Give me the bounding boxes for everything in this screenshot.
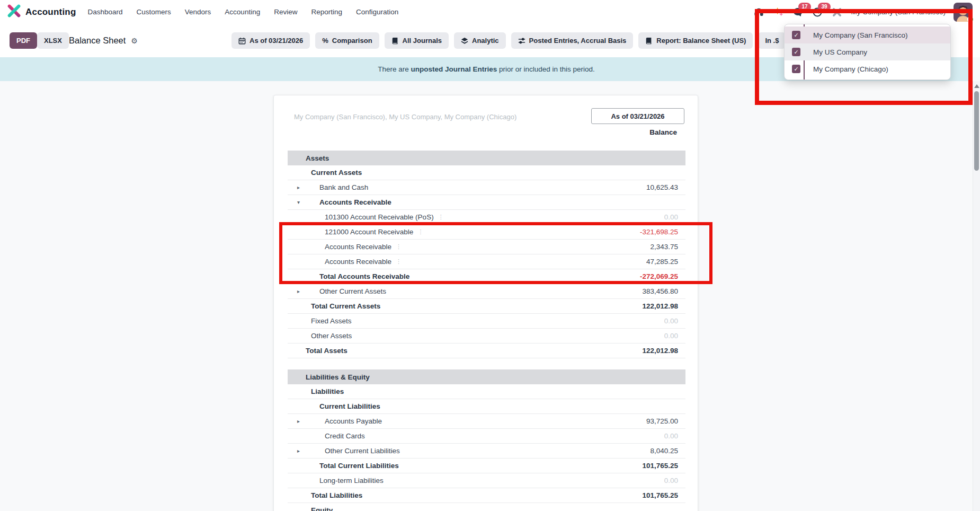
discuss-chat-icon[interactable]: 17	[792, 6, 804, 18]
layers-icon	[461, 37, 468, 45]
row-label: Accounts Receivable	[319, 198, 391, 206]
xlsx-button[interactable]: XLSX	[37, 32, 69, 49]
row-label: 101300 Account Receivable (PoS)	[325, 213, 434, 221]
report-row[interactable]: Equity	[288, 503, 685, 511]
activities-badge: 39	[818, 3, 830, 11]
report-row[interactable]: 121000 Account Receivable⋮-321,698.25	[288, 225, 685, 240]
journals-filter-label: All Journals	[403, 37, 442, 45]
checkbox-checked-icon[interactable]: ✓	[792, 31, 800, 39]
kebab-menu-icon[interactable]: ⋮	[396, 243, 402, 250]
company-option-us-company[interactable]: ✓ My US Company	[785, 43, 950, 60]
report-row[interactable]: ▾Accounts Receivable	[288, 195, 685, 210]
app-brand[interactable]: Accounting	[7, 4, 76, 20]
menu-accounting[interactable]: Accounting	[225, 8, 260, 16]
date-column-header[interactable]: As of 03/21/2026	[591, 108, 684, 124]
menu-customers[interactable]: Customers	[137, 8, 171, 16]
report-row[interactable]: ▸Other Current Liabilities8,040.25	[288, 444, 685, 459]
percent-icon: %	[322, 37, 328, 45]
caret-right-icon[interactable]: ▸	[297, 288, 300, 294]
discuss-badge: 17	[798, 3, 810, 11]
top-navbar: Accounting Dashboard Customers Vendors A…	[0, 0, 980, 24]
row-value: 383,456.80	[642, 287, 685, 295]
caret-right-icon[interactable]: ▸	[297, 448, 300, 454]
report-row[interactable]: Current Liabilities	[288, 399, 685, 414]
report-row[interactable]: Credit Cards0.00	[288, 429, 685, 444]
report-row[interactable]: Total Current Assets122,012.98	[288, 299, 685, 314]
checkbox-checked-icon[interactable]: ✓	[792, 65, 800, 73]
date-filter-button[interactable]: As of 03/21/2026	[231, 32, 310, 49]
menu-configuration[interactable]: Configuration	[356, 8, 398, 16]
journal-book-icon	[391, 37, 399, 45]
report-row[interactable]: Total Liabilities101,765.25	[288, 488, 685, 503]
row-value: -272,069.25	[640, 272, 685, 280]
report-row[interactable]: Fixed Assets0.00	[288, 314, 685, 329]
menu-dashboard[interactable]: Dashboard	[88, 8, 123, 16]
calendar-icon	[238, 37, 246, 45]
report-row[interactable]: ▸Accounts Payable93,725.00	[288, 414, 685, 429]
report-row[interactable]: ▸Bank and Cash10,625.43	[288, 180, 685, 195]
date-filter-label: As of 03/21/2026	[250, 37, 303, 45]
row-value: 47,285.25	[646, 258, 685, 266]
report-variant-label: Report: Balance Sheet (US)	[656, 37, 746, 45]
row-label: Liabilities & Equity	[306, 373, 370, 381]
row-label: Assets	[306, 154, 329, 162]
sliders-icon	[518, 37, 525, 45]
report-row[interactable]: Total Assets122,012.98	[288, 343, 685, 358]
company-option-san-francisco[interactable]: ✓ My Company (San Francisco)	[785, 27, 950, 43]
kebab-menu-icon[interactable]: ⋮	[417, 228, 423, 235]
report-variant-button[interactable]: Report: Balance Sheet (US)	[638, 32, 753, 49]
kebab-menu-icon[interactable]: ⋮	[438, 214, 444, 221]
vertical-scrollbar[interactable]	[973, 81, 980, 511]
scrollbar-thumb[interactable]	[974, 91, 979, 171]
user-avatar[interactable]	[954, 3, 973, 22]
report-row[interactable]: Accounts Receivable⋮47,285.25	[288, 254, 685, 269]
activities-clock-icon[interactable]: 39	[812, 6, 823, 18]
banner-text: There are unposted Journal Entries prior…	[378, 65, 595, 73]
analytic-filter-button[interactable]: Analytic	[454, 32, 506, 49]
analytic-filter-label: Analytic	[472, 37, 499, 45]
report-row[interactable]: 101300 Account Receivable (PoS)⋮0.00	[288, 210, 685, 225]
caret-down-icon[interactable]: ▾	[297, 199, 300, 205]
report-row[interactable]: Liabilities	[288, 384, 685, 399]
ai-sparkle-icon[interactable]	[772, 6, 784, 18]
report-row[interactable]: ▸Other Current Assets383,456.80	[288, 284, 685, 299]
section-header-row: Liabilities & Equity	[288, 369, 685, 384]
row-value: 8,040.25	[650, 447, 685, 455]
report-book-icon	[645, 37, 653, 45]
app-name: Accounting	[25, 7, 76, 17]
journals-filter-button[interactable]: All Journals	[385, 32, 449, 49]
currency-button[interactable]: In .$	[758, 32, 786, 49]
checkbox-checked-icon[interactable]: ✓	[792, 48, 800, 56]
row-value: 101,765.25	[642, 491, 685, 499]
scroll-up-arrow-icon[interactable]	[974, 84, 979, 88]
active-company-label[interactable]: My Company (San Francisco)	[851, 8, 946, 16]
report-row[interactable]: Long-term Liabilities0.00	[288, 473, 685, 488]
gear-icon[interactable]: ⚙	[131, 37, 138, 45]
row-value: 10,625.43	[646, 183, 685, 191]
company-option-chicago[interactable]: ✓ My Company (Chicago)	[785, 60, 950, 77]
options-filter-button[interactable]: Posted Entries, Accrual Basis	[511, 32, 634, 49]
comparison-filter-button[interactable]: % Comparison	[315, 32, 379, 49]
online-status-dot	[967, 16, 974, 23]
pdf-button[interactable]: PDF	[10, 32, 37, 49]
row-label: Other Assets	[311, 332, 352, 340]
menu-reporting[interactable]: Reporting	[311, 8, 342, 16]
menu-vendors[interactable]: Vendors	[185, 8, 211, 16]
systray: 17 39 My Company (San Francisco)	[753, 0, 973, 24]
caret-right-icon[interactable]: ▸	[297, 184, 300, 190]
company-switcher-icon[interactable]	[831, 6, 843, 18]
report-row[interactable]: Total Accounts Receivable-272,069.25	[288, 269, 685, 284]
menu-review[interactable]: Review	[274, 8, 297, 16]
support-headset-icon[interactable]	[753, 6, 764, 18]
kebab-menu-icon[interactable]: ⋮	[396, 258, 402, 265]
report-row[interactable]: Total Current Liabilities101,765.25	[288, 459, 685, 473]
row-label: Total Current Liabilities	[319, 462, 399, 470]
report-row[interactable]: Other Assets0.00	[288, 329, 685, 343]
caret-right-icon[interactable]: ▸	[297, 418, 300, 424]
report-row[interactable]: Accounts Receivable⋮2,343.75	[288, 240, 685, 254]
report-row[interactable]: Current Assets	[288, 165, 685, 180]
row-label: Credit Cards	[325, 432, 365, 440]
comparison-filter-label: Comparison	[332, 37, 372, 45]
odoo-accounting-logo-icon	[7, 4, 21, 20]
row-value: 0.00	[664, 317, 685, 325]
